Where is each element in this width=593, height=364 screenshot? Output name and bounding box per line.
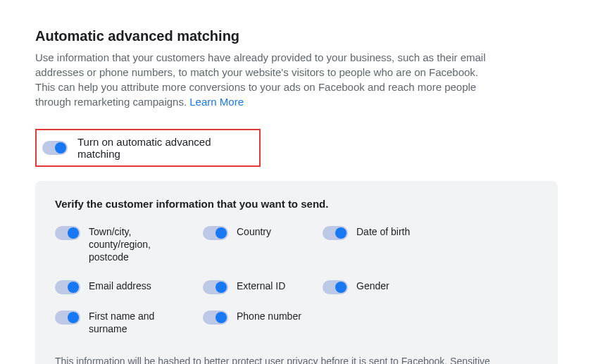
toggle-knob <box>216 227 227 239</box>
section-description: Use information that your customers have… <box>35 50 486 109</box>
toggle-knob <box>335 227 347 239</box>
option-town-city: Town/city, county/region, postcode <box>55 225 203 264</box>
option-label: Country <box>237 225 271 238</box>
description-text: Use information that your customers have… <box>35 51 485 108</box>
option-phone: Phone number <box>203 310 323 335</box>
toggle-knob <box>68 282 79 293</box>
option-toggle-name[interactable] <box>55 310 80 325</box>
toggle-knob <box>335 282 347 293</box>
verify-panel: Verify the customer information that you… <box>35 181 558 364</box>
option-toggle-dob[interactable] <box>323 226 348 240</box>
option-gender: Gender <box>323 280 449 294</box>
option-toggle-external-id[interactable] <box>203 280 228 294</box>
options-grid: Town/city, county/region, postcode Count… <box>55 225 538 335</box>
option-email: Email address <box>55 280 203 294</box>
verify-footnote: This information will be hashed to bette… <box>55 355 538 364</box>
main-toggle-row: Turn on automatic advanced matching <box>35 129 261 167</box>
main-toggle[interactable] <box>42 141 68 155</box>
toggle-knob <box>68 227 79 239</box>
toggle-knob <box>55 142 66 153</box>
option-label: Town/city, county/region, postcode <box>89 225 187 264</box>
option-label: Date of birth <box>356 225 410 238</box>
verify-heading: Verify the customer information that you… <box>55 198 538 210</box>
option-toggle-town-city[interactable] <box>55 226 80 240</box>
option-toggle-phone[interactable] <box>203 310 228 325</box>
option-country: Country <box>203 225 323 264</box>
option-label: External ID <box>237 280 285 292</box>
option-label: First name and surname <box>89 310 187 335</box>
learn-more-link[interactable]: Learn More <box>189 96 244 108</box>
option-name: First name and surname <box>55 310 203 335</box>
section-heading: Automatic advanced matching <box>35 28 558 44</box>
option-label: Phone number <box>237 310 301 322</box>
toggle-knob <box>216 282 227 293</box>
option-dob: Date of birth <box>323 225 449 264</box>
option-toggle-email[interactable] <box>55 280 80 294</box>
option-external-id: External ID <box>203 280 323 294</box>
toggle-knob <box>68 312 79 323</box>
main-toggle-label: Turn on automatic advanced matching <box>77 136 254 160</box>
footnote-text: This information will be hashed to bette… <box>55 356 490 364</box>
option-label: Gender <box>356 280 389 292</box>
option-toggle-gender[interactable] <box>323 280 348 294</box>
option-label: Email address <box>89 280 151 292</box>
option-toggle-country[interactable] <box>203 226 228 240</box>
toggle-knob <box>216 312 227 323</box>
